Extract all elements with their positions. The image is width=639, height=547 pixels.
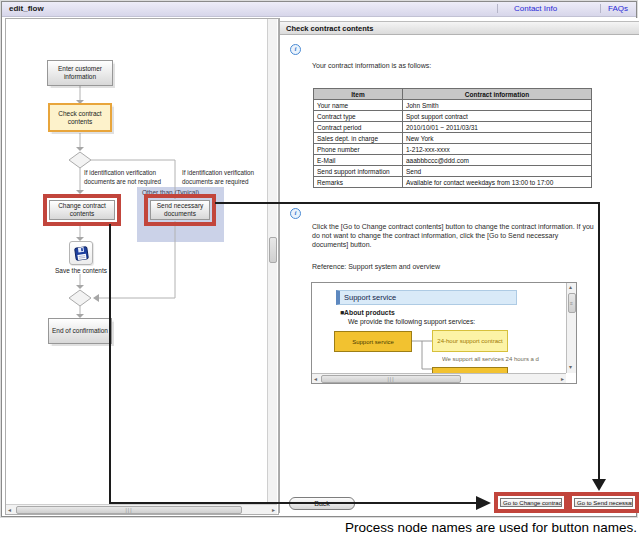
floppy-disk-icon <box>73 245 90 262</box>
table-row: Phone number1-212-xxx-xxxx <box>314 144 592 155</box>
flow-vertical-scrollbar[interactable] <box>267 19 277 504</box>
faqs-link[interactable]: FAQs <box>608 4 628 13</box>
edit-flow-window: edit_flow Contact Info FAQs <box>1 1 637 517</box>
annotation-frame-go-send: Go to Send necessary <box>568 492 639 513</box>
table-row: Sales dept. in chargeNew York <box>314 133 592 144</box>
flow-node-enter-customer[interactable]: Enter customer information <box>47 60 113 86</box>
scroll-left-icon[interactable]: ◂ <box>8 507 11 513</box>
flow-node-end-confirmation[interactable]: End of confirmation <box>48 318 112 344</box>
page-header-bar: Check contract contents <box>280 21 639 35</box>
table-row: RemarksAvailable for contact weekdays fr… <box>314 177 592 188</box>
support-node-service: Support service <box>334 331 412 352</box>
flow-hscroll-thumb[interactable]: ||| <box>16 506 242 514</box>
support-hscroll-thumb[interactable]: ||| <box>321 375 461 383</box>
branch-label-not-required: If identification verification documents… <box>84 169 178 186</box>
go-to-change-contract-button[interactable]: Go to Change contract <box>500 498 562 507</box>
scroll-left-icon[interactable]: ◂ <box>314 376 317 382</box>
go-to-send-necessary-button[interactable]: Go to Send necessary <box>574 498 633 507</box>
annotation-frame-send-documents: Send necessary documents <box>144 194 216 226</box>
scroll-grip-icon: ≡ <box>570 300 574 306</box>
table-row: E-Mailaaabbbccc@ddd.com <box>314 155 592 166</box>
col-header-item: Item <box>314 89 403 100</box>
flow-node-check-contract[interactable]: Check contract contents <box>48 103 112 132</box>
scroll-right-icon[interactable]: ▸ <box>561 376 564 382</box>
decision-diamond-split <box>69 152 91 168</box>
instruction-text: Click the [Go to Change contract content… <box>312 222 594 249</box>
annotation-frame-change-contract: Change contract contents <box>43 194 121 226</box>
info-icon: i <box>290 208 301 219</box>
contract-page-panel: Check contract contents i Your contract … <box>279 18 639 513</box>
branch-label-required: If identification verification documents… <box>182 169 262 186</box>
flow-vscroll-thumb[interactable] <box>269 237 277 263</box>
flow-horizontal-scrollbar[interactable]: ◂ ||| ▸ <box>6 504 277 514</box>
contract-info-table: Item Contract information Your nameJohn … <box>313 88 592 188</box>
scroll-grip-icon: ||| <box>126 507 133 513</box>
window-titlebar: edit_flow Contact Info FAQs <box>2 2 636 17</box>
scroll-down-icon[interactable]: ▾ <box>569 364 572 370</box>
table-row: Contract period2010/10/01 ~ 2011/03/31 <box>314 122 592 133</box>
support-node-24hour: 24-hour support contract <box>432 330 508 352</box>
table-header-row: Item Contract information <box>314 89 592 100</box>
contract-intro-text: Your contract information is as follows: <box>312 61 431 70</box>
back-button[interactable]: Back <box>289 497 355 510</box>
support-note-text: We support all services 24 hours a d <box>442 356 566 362</box>
titlebar-divider <box>497 4 498 13</box>
screenshot-root: edit_flow Contact Info FAQs <box>0 0 639 547</box>
info-icon: i <box>290 44 301 55</box>
support-horizontal-scrollbar[interactable]: ◂ ||| ▸ <box>312 373 566 383</box>
table-row: Send support informationSend <box>314 166 592 177</box>
page-title: Check contract contents <box>286 24 374 33</box>
reference-text: Reference: Support system and overview <box>312 262 440 271</box>
titlebar-divider <box>600 4 601 13</box>
caption-text: Process node names are used for button n… <box>345 520 637 535</box>
decision-diamond-join <box>69 290 91 306</box>
table-row: Contract typeSpot support contract <box>314 111 592 122</box>
flow-connectors <box>6 19 278 505</box>
flow-node-save[interactable] <box>69 241 93 265</box>
flow-node-change-contract[interactable]: Change contract contents <box>49 200 115 220</box>
flow-node-send-documents[interactable]: Send necessary documents <box>150 200 210 220</box>
scroll-grip-icon: ||| <box>388 376 395 382</box>
scroll-up-icon[interactable]: ▴ <box>569 284 572 290</box>
window-title: edit_flow <box>9 4 44 13</box>
col-header-contract-info: Contract information <box>403 89 592 100</box>
support-vscroll-thumb[interactable]: ≡ <box>568 293 576 313</box>
annotation-frame-go-change: Go to Change contract <box>494 492 568 513</box>
scroll-right-icon[interactable]: ▸ <box>272 507 275 513</box>
save-node-label: Save the contents <box>44 267 118 274</box>
flow-canvas: Other than (Typical) Enter customer info… <box>5 18 279 515</box>
contact-info-link[interactable]: Contact Info <box>514 4 557 13</box>
table-row: Your nameJohn Smith <box>314 100 592 111</box>
support-preview-frame: Support service ■About products We provi… <box>311 282 577 384</box>
support-vertical-scrollbar[interactable]: ▴ ≡ ▾ <box>566 283 576 373</box>
